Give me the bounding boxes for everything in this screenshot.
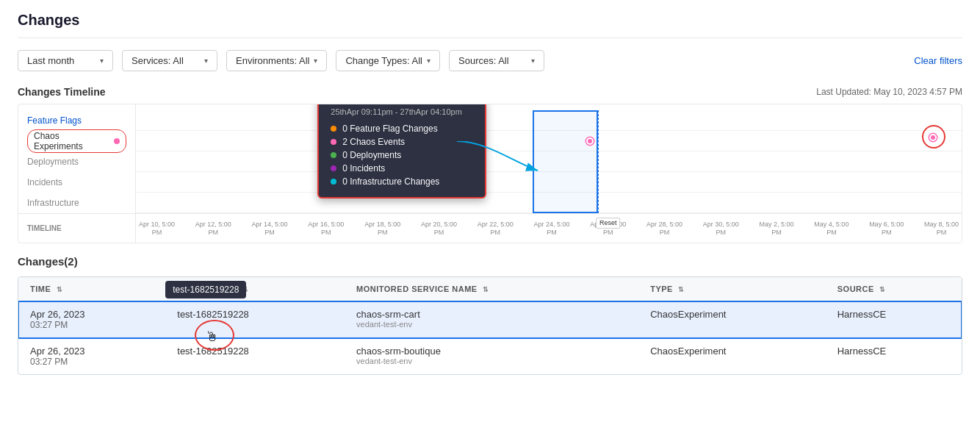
sources-filter[interactable]: Sources: All ▾ [449,50,544,71]
timeline-categories: Feature Flags Chaos Experiments Deployme… [18,104,136,243]
last-updated-text: Last Updated: May 10, 2023 4:57 PM [816,87,962,97]
timeline-title: Changes Timeline [18,86,106,98]
timeline-tooltip: 25thApr 09:11pm - 27thApr 04:10pm 0 Feat… [317,104,486,199]
time-filter[interactable]: Last month ▾ [18,50,113,71]
changes-tbody: Apr 26, 2023 03:27 PM test-1682519228 te… [18,301,962,375]
chevron-down-icon: ▾ [314,57,317,65]
environments-filter[interactable]: Environments: All ▾ [226,50,327,71]
tooltip-dot-pink [331,139,336,145]
table-row[interactable]: Apr 26, 2023 03:27 PM test-1682519228 te… [18,301,962,338]
tooltip-item-2: 0 Deployments [331,149,473,162]
cell-time: Apr 26, 2023 03:27 PM [18,301,165,338]
description-tooltip: test-1682519228 [165,281,246,298]
timeline-section: Changes Timeline Last Updated: May 10, 2… [18,86,962,243]
category-deployments[interactable]: Deployments [18,151,135,172]
chaos-dot [114,138,120,144]
category-feature-flags[interactable]: Feature Flags [18,110,135,131]
timeline-axis: Apr 10, 5:00PM Apr 12, 5:00PM Apr 14, 5:… [136,213,962,243]
changes-table-wrapper: TIME ⇅ DESCRIPTION ⇅ MONITORED SERVICE N… [18,276,962,375]
tooltip-arrow [457,141,545,178]
tooltip-dot-purple [331,165,336,171]
timeline-axis-label: TIMELINE [18,213,135,243]
changes-section: Changes(2) TIME ⇅ DESCRIPTION ⇅ MONITORE… [18,255,962,375]
sort-icon-time: ⇅ [57,286,63,293]
sort-icon-source: ⇅ [879,286,886,293]
cell-type: ChaosExperiment [638,301,826,338]
sort-icon-service: ⇅ [483,286,489,293]
col-service[interactable]: MONITORED SERVICE NAME ⇅ [345,277,638,301]
cell-description: test-1682519228 [165,338,345,375]
page-title: Changes [18,12,962,38]
changes-table: TIME ⇅ DESCRIPTION ⇅ MONITORED SERVICE N… [18,277,962,374]
tooltip-item-1: 2 Chaos Events [331,135,473,149]
chevron-down-icon: ▾ [531,57,535,65]
cell-source: HarnessCE [826,301,962,338]
timeline-chart-area: 25thApr 09:11pm - 27thApr 04:10pm 0 Feat… [136,104,962,243]
chevron-down-icon: ▾ [204,57,208,65]
cell-service: chaos-srm-cart vedant-test-env [345,301,638,338]
change-types-filter[interactable]: Change Types: All ▾ [336,50,440,71]
filters-row: Last month ▾ Services: All ▾ Environment… [18,50,962,71]
table-header-row: TIME ⇅ DESCRIPTION ⇅ MONITORED SERVICE N… [18,277,962,301]
table-row[interactable]: Apr 26, 2023 03:27 PM test-1682519228 ch… [18,338,962,375]
tooltip-item-4: 0 Infrastructure Changes [331,175,473,188]
col-type[interactable]: TYPE ⇅ [638,277,826,301]
cell-source: HarnessCE [826,338,962,375]
category-incidents[interactable]: Incidents [18,172,135,193]
tooltip-item-0: 0 Feature Flag Changes [331,122,473,135]
tooltip-title: 25thApr 09:11pm - 27thApr 04:10pm [331,107,473,116]
selection-right-border [598,110,599,213]
timeline-container: Feature Flags Chaos Experiments Deployme… [18,104,962,243]
chevron-down-icon: ▾ [100,57,104,65]
cell-time: Apr 26, 2023 03:27 PM [18,338,165,375]
category-infrastructure[interactable]: Infrastructure [18,193,135,213]
chaos-event-dot [586,137,594,145]
cell-service: chaos-srm-boutique vedant-test-env [345,338,638,375]
tooltip-dot-cyan [331,179,336,185]
sort-icon-type: ⇅ [678,286,685,293]
category-chaos-experiments[interactable]: Chaos Experiments [18,131,135,151]
cursor-icon: 🖱 [206,329,219,345]
tooltip-dot-orange [331,126,336,132]
timeline-bands: 25thApr 09:11pm - 27thApr 04:10pm 0 Feat… [136,104,962,213]
cell-description: test-1682519228 test-1682519228 🖱 [165,301,345,338]
tooltip-item-3: 0 Incidents [331,162,473,175]
chevron-down-icon: ▾ [427,57,430,65]
cell-type: ChaosExperiment [638,338,826,375]
col-time[interactable]: TIME ⇅ [18,277,165,301]
clear-filters-button[interactable]: Clear filters [914,55,962,66]
tooltip-dot-green [331,152,336,158]
col-source[interactable]: SOURCE ⇅ [826,277,962,301]
changes-count: Changes(2) [18,255,962,268]
services-filter[interactable]: Services: All ▾ [122,50,217,71]
reset-button[interactable]: Reset [596,218,621,229]
